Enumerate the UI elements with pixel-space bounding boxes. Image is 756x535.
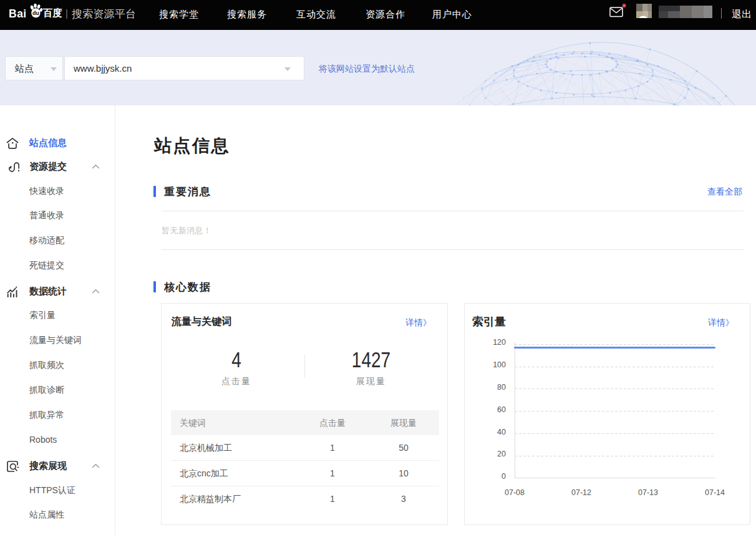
- svg-text:du: du: [32, 10, 39, 16]
